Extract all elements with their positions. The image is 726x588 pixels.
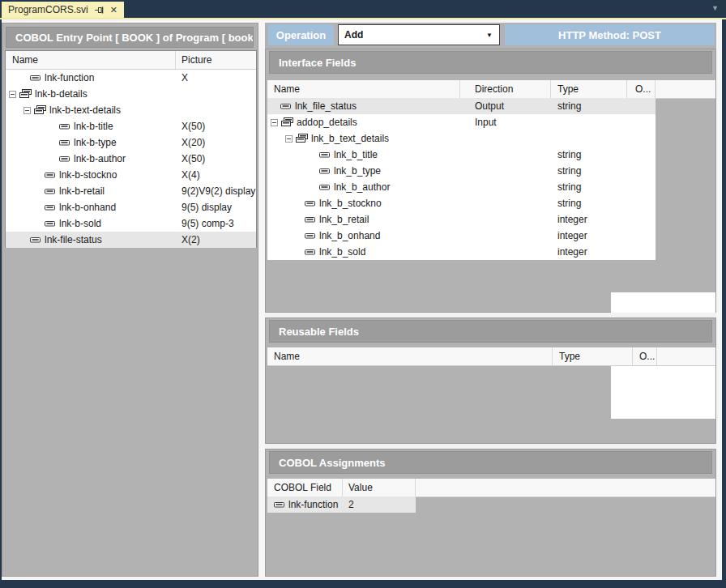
group-icon [33,105,47,115]
column-header-occurs[interactable]: O... [627,80,656,98]
application-window: ProgramCORS.svi ✕ ▼ COBOL Entry Point [ … [0,0,726,588]
table-row[interactable]: lnk-b-stockno X(4) [6,167,256,183]
empty-area [611,292,715,313]
field-icon [280,103,291,109]
column-header-type[interactable]: Type [553,347,633,365]
column-header-type[interactable]: Type [551,80,627,98]
column-header-filler [657,347,715,365]
document-tab[interactable]: ProgramCORS.svi ✕ [2,2,124,18]
table-row[interactable]: lnk-function X [6,70,256,86]
table-row[interactable]: lnk-b-author X(50) [6,151,256,167]
reusable-fields-header: Name Type O... [267,347,715,366]
operation-panel: Operation Add ▼ HTTP Method: POST Interf… [265,23,716,577]
field-icon [45,204,55,211]
table-row[interactable]: lnk_b_onhand integer [267,228,656,244]
table-row[interactable]: lnk_b_text_details [267,130,656,147]
row-name: lnk-file-status [45,234,102,245]
column-header-value[interactable]: Value [343,479,416,496]
table-row[interactable]: lnk_b_retail integer [267,211,656,228]
column-header-name[interactable]: Name [267,80,460,98]
column-header-filler [656,80,715,98]
row-name: lnk-b-type [74,137,117,148]
table-row[interactable]: lnk-b-title X(50) [6,118,256,134]
cobol-entry-point-panel: COBOL Entry Point [ BOOK ] of Program [ … [2,23,258,577]
expander-minus-icon[interactable] [285,135,293,143]
field-icon [45,172,55,178]
row-name: lnk_b_retail [319,214,369,225]
field-icon [319,184,330,190]
row-name: lnk-b-author [74,153,126,164]
field-icon [274,501,284,508]
row-type: integer [551,246,627,258]
field-icon [305,249,315,255]
column-header-name[interactable]: Name [267,347,553,365]
row-name: lnk-b-stockno [59,169,117,181]
table-row[interactable]: lnk-b-retail 9(2)V9(2) display [6,183,256,199]
field-icon [30,75,41,81]
table-row[interactable]: lnk-b-onhand 9(5) display [6,199,256,215]
table-row[interactable]: lnk_b_stockno string [267,195,656,211]
row-picture: X(2) [176,234,256,245]
row-picture: X(20) [176,137,256,148]
document-area: COBOL Entry Point [ BOOK ] of Program [ … [2,19,722,580]
column-header-direction[interactable]: Direction [460,80,551,98]
row-field: lnk-function [288,499,338,510]
row-picture: 9(5) comp-3 [176,218,256,229]
table-row[interactable]: lnk-b-sold 9(5) comp-3 [6,215,256,232]
column-header-name[interactable]: Name [6,51,176,69]
table-row[interactable]: lnk-b-text-details [6,102,256,118]
table-row-selected[interactable]: lnk_file_status Output string [267,98,656,114]
pin-icon[interactable] [95,6,104,15]
table-row[interactable]: lnk-b-details [6,86,256,102]
field-icon [305,216,315,223]
table-row[interactable]: lnk_b_author string [267,179,656,195]
table-row-selected[interactable]: lnk-file-status X(2) [6,232,256,248]
column-header-occurs[interactable]: O... [633,347,657,365]
group-icon [19,89,32,99]
field-icon [45,220,55,227]
entry-point-header: COBOL Entry Point [ BOOK ] of Program [ … [6,27,254,48]
interface-fields-rows: lnk_file_status Output string addop_deta… [267,98,656,260]
field-icon [319,151,330,158]
row-picture: X(50) [176,153,256,164]
row-direction: Input [460,117,551,128]
window-dropdown-icon[interactable]: ▼ [711,5,719,12]
table-row-selected[interactable]: lnk-function 2 [267,496,416,513]
reusable-fields-title: Reusable Fields [269,320,712,343]
group-icon [295,134,309,143]
row-name: lnk_b_text_details [311,133,389,144]
row-type: string [551,165,627,177]
table-row[interactable]: addop_details Input [267,114,656,130]
row-name: lnk-b-details [35,88,88,100]
row-name: lnk-function [45,72,94,83]
expander-minus-icon[interactable] [9,91,16,98]
row-name: lnk-b-text-details [49,104,121,116]
table-row[interactable]: lnk_b_title string [267,147,656,163]
expander-minus-icon[interactable] [23,107,31,114]
cobol-assignments-title: COBOL Assignments [269,451,712,474]
entry-point-tree-grid: Name Picture lnk-function X l [5,50,257,248]
column-header-picture[interactable]: Picture [176,51,256,69]
row-picture: 9(5) display [176,202,256,213]
chevron-down-icon: ▼ [486,32,493,39]
row-type: string [551,181,627,193]
column-header-cobol-field[interactable]: COBOL Field [267,479,343,496]
row-name: addop_details [297,117,357,128]
field-icon [305,200,315,207]
table-row[interactable]: lnk-b-type X(20) [6,134,256,151]
table-row[interactable]: lnk_b_sold integer [267,244,656,260]
row-name: lnk_b_sold [319,246,365,258]
close-icon[interactable]: ✕ [110,6,117,15]
table-row[interactable]: lnk_b_type string [267,163,656,179]
expander-minus-icon[interactable] [271,119,278,126]
field-icon [305,232,315,239]
row-type: string [551,198,627,209]
row-type: integer [551,230,627,241]
field-icon [30,236,41,243]
operation-dropdown[interactable]: Add ▼ [338,24,500,45]
row-value: 2 [343,499,354,510]
operation-dropdown-value: Add [344,29,363,40]
row-type: string [551,149,627,160]
cobol-assignments-section: COBOL Assignments COBOL Field Value lnk-… [265,449,716,577]
empty-area [611,366,715,419]
